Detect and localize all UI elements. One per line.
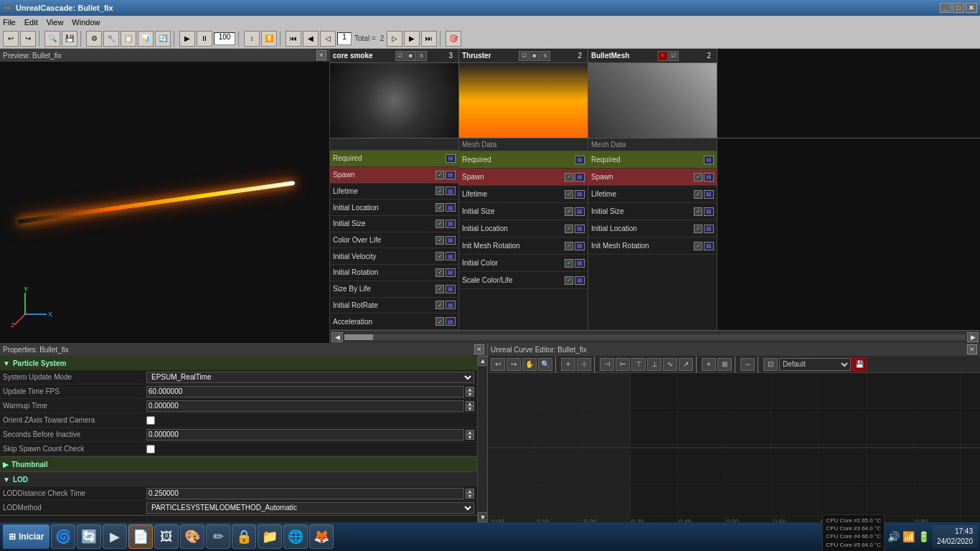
input-warmup[interactable] bbox=[146, 400, 464, 412]
taskbar-app-1[interactable]: 🌀 bbox=[51, 524, 75, 549]
curve-canvas[interactable]: 0.50 0.00 -0.50 0.00 0.10 0.20 0.30 0.40… bbox=[488, 373, 980, 522]
tb-lod-input[interactable]: 1 bbox=[337, 32, 352, 45]
minimize-button[interactable]: _ bbox=[940, 3, 951, 13]
taskbar-app-8[interactable]: 🔒 bbox=[232, 524, 256, 549]
tb-undo[interactable]: ↩ bbox=[3, 31, 19, 47]
module-check-rr1[interactable]: ✓ bbox=[435, 301, 444, 309]
module-check-ac1[interactable]: ✓ bbox=[435, 317, 444, 326]
module-lifetime-1[interactable]: Lifetime ✓ ▤ bbox=[330, 184, 458, 200]
module-rotrate-1[interactable]: Initial RotRate ✓ ▤ bbox=[330, 298, 458, 314]
module-check-lt1[interactable]: ✓ bbox=[435, 187, 444, 195]
module-check-sp2[interactable]: ✓ bbox=[565, 173, 573, 182]
menu-edit[interactable]: Edit bbox=[24, 18, 38, 27]
module-check-il1[interactable]: ✓ bbox=[435, 203, 444, 212]
taskbar-app-7[interactable]: ✏ bbox=[206, 524, 230, 549]
menu-view[interactable]: View bbox=[47, 18, 64, 27]
emitter-icons-thruster[interactable]: ☑ ■ S bbox=[519, 51, 550, 61]
module-graph-lt2[interactable]: ▤ bbox=[575, 190, 585, 199]
curve-btn-1[interactable]: ⊣ bbox=[600, 358, 614, 371]
module-spawn-2[interactable]: Spawn ✓ ▤ bbox=[459, 169, 588, 186]
taskbar-app-3[interactable]: ▶ bbox=[103, 524, 127, 549]
taskbar-clock[interactable]: 17:43 24/02/2020 bbox=[933, 525, 977, 548]
tb-btn-7[interactable]: 🔄 bbox=[155, 31, 171, 47]
emitter-icon-thruster-render[interactable]: ■ bbox=[529, 51, 540, 61]
curve-btn-9[interactable]: ↔ bbox=[740, 358, 755, 371]
module-check-1[interactable]: ✓ bbox=[435, 171, 444, 179]
check-skip-spawn[interactable] bbox=[146, 445, 155, 453]
prop-close[interactable]: ✕ bbox=[474, 344, 484, 354]
preview-close[interactable]: ✕ bbox=[316, 50, 326, 60]
module-initloc-1[interactable]: Initial Location ✓ ▤ bbox=[330, 199, 458, 216]
section-header-thumbnail[interactable]: ▶ Thumbnail bbox=[0, 457, 477, 471]
module-graph-ic2[interactable]: ▤ bbox=[575, 259, 585, 268]
module-check-ir1[interactable]: ✓ bbox=[435, 268, 444, 277]
module-meshrot-3[interactable]: Init Mesh Rotation ✓ ▤ bbox=[588, 237, 717, 255]
tb-right[interactable]: ▶ bbox=[404, 31, 420, 47]
module-lifetime-2[interactable]: Lifetime ✓ ▤ bbox=[459, 186, 588, 203]
emitter-icons-smoke[interactable]: ☑ ■ S bbox=[395, 51, 427, 61]
emitter-thumb-bullet[interactable] bbox=[588, 63, 717, 138]
module-graph-1[interactable]: ▤ bbox=[446, 171, 456, 179]
curve-btn-zoom[interactable]: 🔍 bbox=[538, 358, 552, 371]
module-check-sl1[interactable]: ✓ bbox=[435, 285, 444, 293]
module-spawn-3[interactable]: Spawn ✓ ▤ bbox=[588, 169, 717, 186]
tb-save[interactable]: 💾 bbox=[62, 31, 77, 47]
module-check-ic2[interactable]: ✓ bbox=[565, 259, 573, 268]
taskbar-app-2[interactable]: 🔄 bbox=[77, 524, 101, 549]
tb-btn-9[interactable]: ⏬ bbox=[261, 31, 277, 47]
module-sizelife-1[interactable]: Size By Life ✓ ▤ bbox=[330, 281, 458, 298]
section-header-lod[interactable]: ▼ LOD bbox=[0, 472, 477, 486]
module-initrot-1[interactable]: Initial Rotation ✓ ▤ bbox=[330, 265, 458, 281]
curve-btn-7[interactable]: ⌖ bbox=[702, 358, 716, 371]
emitter-icon-thruster-solo[interactable]: S bbox=[540, 51, 550, 61]
module-initsize-3[interactable]: Initial Size ✓ ▤ bbox=[588, 203, 717, 220]
input-lod-method[interactable]: PARTICLESYSTEMLODMETHOD_Automatic bbox=[146, 502, 474, 514]
curve-btn-select[interactable]: ⊹ bbox=[577, 358, 591, 371]
module-graph-is3[interactable]: ▤ bbox=[704, 207, 714, 216]
input-update-fps[interactable] bbox=[146, 386, 464, 397]
spin-up-lod[interactable]: ▲ bbox=[466, 489, 474, 494]
module-check-il2[interactable]: ✓ bbox=[565, 225, 573, 233]
module-scalecolor-2[interactable]: Scale Color/Life ✓ ▤ bbox=[459, 272, 588, 289]
module-check-is2[interactable]: ✓ bbox=[565, 207, 573, 216]
taskbar-app-5[interactable]: 🖼 bbox=[154, 524, 179, 549]
curve-btn-4[interactable]: ⊥ bbox=[647, 358, 661, 371]
spin-lod-check[interactable]: ▲ ▼ bbox=[466, 489, 474, 499]
module-graph-lt3[interactable]: ▤ bbox=[704, 190, 714, 199]
module-graph-is1[interactable]: ▤ bbox=[446, 220, 456, 228]
tray-icon-1[interactable]: 🔊 bbox=[887, 531, 900, 542]
module-required-2[interactable]: Required ▤ bbox=[459, 151, 588, 169]
module-graph-req2[interactable]: ▤ bbox=[575, 156, 585, 164]
module-graph-il2[interactable]: ▤ bbox=[575, 225, 585, 233]
curve-btn-3[interactable]: ⊤ bbox=[631, 358, 646, 371]
module-initvel-1[interactable]: Initial Velocity ✓ ▤ bbox=[330, 248, 458, 265]
tb-redo[interactable]: ↪ bbox=[20, 31, 36, 47]
module-initloc-3[interactable]: Initial Location ✓ ▤ bbox=[588, 220, 717, 237]
module-check-mr2[interactable]: ✓ bbox=[565, 242, 573, 250]
taskbar-app-10[interactable]: 🌐 bbox=[283, 524, 308, 549]
curve-btn-6[interactable]: ↗ bbox=[679, 358, 693, 371]
prop-scroll-up[interactable]: ▲ bbox=[478, 356, 487, 366]
emitter-thumb-smoke[interactable] bbox=[330, 63, 458, 138]
window-controls[interactable]: _ □ ✕ bbox=[940, 3, 977, 13]
spin-fps[interactable]: ▲ ▼ bbox=[466, 387, 474, 397]
module-initloc-2[interactable]: Initial Location ✓ ▤ bbox=[459, 220, 588, 237]
tb-lod-btn[interactable]: 🎯 bbox=[446, 31, 461, 47]
module-graph-mr3[interactable]: ▤ bbox=[704, 242, 714, 250]
section-header-particle[interactable]: ▼ Particle System bbox=[0, 356, 477, 370]
module-graph-col1[interactable]: ▤ bbox=[446, 236, 456, 245]
emitter-thumb-thruster[interactable] bbox=[459, 63, 588, 138]
maximize-button[interactable]: □ bbox=[953, 3, 964, 13]
spin-warmup[interactable]: ▲ ▼ bbox=[466, 401, 474, 411]
module-check-is3[interactable]: ✓ bbox=[694, 207, 702, 216]
curve-save-btn[interactable]: 💾 bbox=[852, 358, 867, 371]
tb-lod-prev[interactable]: ◁ bbox=[320, 31, 336, 47]
tb-btn-3[interactable]: ⚙ bbox=[86, 31, 102, 47]
curve-btn-5[interactable]: ∿ bbox=[663, 358, 677, 371]
curve-btn-8[interactable]: ⊞ bbox=[717, 358, 732, 371]
module-graph-sp2[interactable]: ▤ bbox=[575, 173, 585, 182]
spin-up-fps[interactable]: ▲ bbox=[466, 387, 474, 392]
input-lod-check[interactable] bbox=[146, 488, 464, 499]
curve-preset-select[interactable]: Default bbox=[779, 358, 851, 371]
module-graph-ac1[interactable]: ▤ bbox=[446, 317, 456, 326]
